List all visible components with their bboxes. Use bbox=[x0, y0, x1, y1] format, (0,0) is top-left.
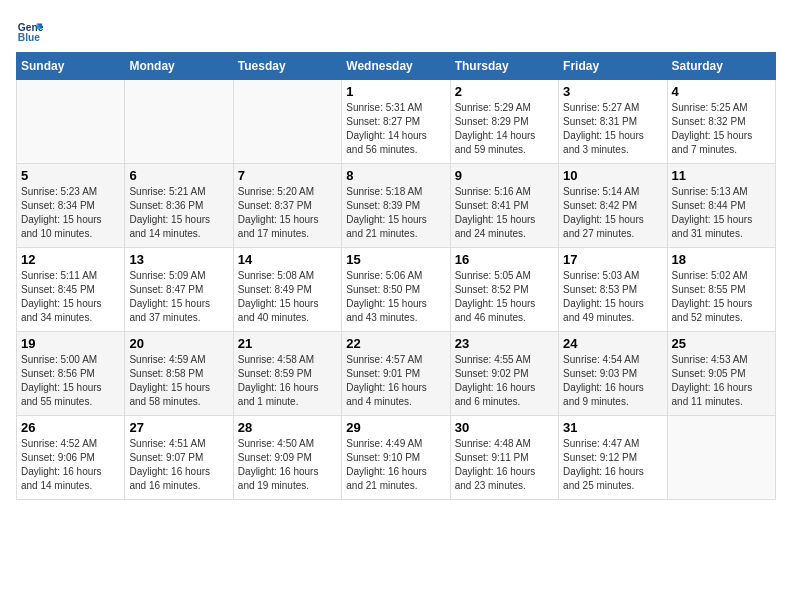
calendar-cell: 31Sunrise: 4:47 AM Sunset: 9:12 PM Dayli… bbox=[559, 416, 667, 500]
day-number: 9 bbox=[455, 168, 554, 183]
day-number: 24 bbox=[563, 336, 662, 351]
day-info: Sunrise: 5:23 AM Sunset: 8:34 PM Dayligh… bbox=[21, 185, 120, 241]
page-header: General Blue bbox=[16, 16, 776, 44]
day-info: Sunrise: 5:11 AM Sunset: 8:45 PM Dayligh… bbox=[21, 269, 120, 325]
calendar-cell: 3Sunrise: 5:27 AM Sunset: 8:31 PM Daylig… bbox=[559, 80, 667, 164]
calendar-cell: 16Sunrise: 5:05 AM Sunset: 8:52 PM Dayli… bbox=[450, 248, 558, 332]
day-number: 31 bbox=[563, 420, 662, 435]
calendar-cell: 18Sunrise: 5:02 AM Sunset: 8:55 PM Dayli… bbox=[667, 248, 775, 332]
weekday-header-tuesday: Tuesday bbox=[233, 53, 341, 80]
day-number: 22 bbox=[346, 336, 445, 351]
day-info: Sunrise: 4:51 AM Sunset: 9:07 PM Dayligh… bbox=[129, 437, 228, 493]
day-number: 19 bbox=[21, 336, 120, 351]
weekday-header-friday: Friday bbox=[559, 53, 667, 80]
day-number: 2 bbox=[455, 84, 554, 99]
day-info: Sunrise: 4:48 AM Sunset: 9:11 PM Dayligh… bbox=[455, 437, 554, 493]
day-info: Sunrise: 4:59 AM Sunset: 8:58 PM Dayligh… bbox=[129, 353, 228, 409]
weekday-header-monday: Monday bbox=[125, 53, 233, 80]
day-number: 5 bbox=[21, 168, 120, 183]
day-info: Sunrise: 4:58 AM Sunset: 8:59 PM Dayligh… bbox=[238, 353, 337, 409]
calendar-cell: 4Sunrise: 5:25 AM Sunset: 8:32 PM Daylig… bbox=[667, 80, 775, 164]
calendar-table: SundayMondayTuesdayWednesdayThursdayFrid… bbox=[16, 52, 776, 500]
calendar-cell bbox=[17, 80, 125, 164]
calendar-week-row: 12Sunrise: 5:11 AM Sunset: 8:45 PM Dayli… bbox=[17, 248, 776, 332]
day-info: Sunrise: 4:55 AM Sunset: 9:02 PM Dayligh… bbox=[455, 353, 554, 409]
calendar-week-row: 1Sunrise: 5:31 AM Sunset: 8:27 PM Daylig… bbox=[17, 80, 776, 164]
calendar-cell: 28Sunrise: 4:50 AM Sunset: 9:09 PM Dayli… bbox=[233, 416, 341, 500]
day-number: 1 bbox=[346, 84, 445, 99]
calendar-cell: 17Sunrise: 5:03 AM Sunset: 8:53 PM Dayli… bbox=[559, 248, 667, 332]
day-info: Sunrise: 5:05 AM Sunset: 8:52 PM Dayligh… bbox=[455, 269, 554, 325]
calendar-cell: 15Sunrise: 5:06 AM Sunset: 8:50 PM Dayli… bbox=[342, 248, 450, 332]
calendar-cell: 1Sunrise: 5:31 AM Sunset: 8:27 PM Daylig… bbox=[342, 80, 450, 164]
calendar-cell: 29Sunrise: 4:49 AM Sunset: 9:10 PM Dayli… bbox=[342, 416, 450, 500]
day-number: 27 bbox=[129, 420, 228, 435]
day-info: Sunrise: 5:20 AM Sunset: 8:37 PM Dayligh… bbox=[238, 185, 337, 241]
day-number: 29 bbox=[346, 420, 445, 435]
day-info: Sunrise: 5:25 AM Sunset: 8:32 PM Dayligh… bbox=[672, 101, 771, 157]
calendar-cell: 5Sunrise: 5:23 AM Sunset: 8:34 PM Daylig… bbox=[17, 164, 125, 248]
calendar-cell: 27Sunrise: 4:51 AM Sunset: 9:07 PM Dayli… bbox=[125, 416, 233, 500]
day-number: 4 bbox=[672, 84, 771, 99]
weekday-header-saturday: Saturday bbox=[667, 53, 775, 80]
day-info: Sunrise: 4:50 AM Sunset: 9:09 PM Dayligh… bbox=[238, 437, 337, 493]
day-number: 17 bbox=[563, 252, 662, 267]
day-info: Sunrise: 5:02 AM Sunset: 8:55 PM Dayligh… bbox=[672, 269, 771, 325]
weekday-header-sunday: Sunday bbox=[17, 53, 125, 80]
day-info: Sunrise: 5:13 AM Sunset: 8:44 PM Dayligh… bbox=[672, 185, 771, 241]
day-number: 8 bbox=[346, 168, 445, 183]
weekday-header-wednesday: Wednesday bbox=[342, 53, 450, 80]
calendar-cell: 22Sunrise: 4:57 AM Sunset: 9:01 PM Dayli… bbox=[342, 332, 450, 416]
calendar-cell bbox=[125, 80, 233, 164]
calendar-cell: 9Sunrise: 5:16 AM Sunset: 8:41 PM Daylig… bbox=[450, 164, 558, 248]
logo: General Blue bbox=[16, 16, 48, 44]
day-number: 30 bbox=[455, 420, 554, 435]
logo-icon: General Blue bbox=[16, 16, 44, 44]
day-info: Sunrise: 4:52 AM Sunset: 9:06 PM Dayligh… bbox=[21, 437, 120, 493]
calendar-cell bbox=[667, 416, 775, 500]
calendar-cell: 2Sunrise: 5:29 AM Sunset: 8:29 PM Daylig… bbox=[450, 80, 558, 164]
calendar-cell: 13Sunrise: 5:09 AM Sunset: 8:47 PM Dayli… bbox=[125, 248, 233, 332]
day-number: 28 bbox=[238, 420, 337, 435]
calendar-cell: 23Sunrise: 4:55 AM Sunset: 9:02 PM Dayli… bbox=[450, 332, 558, 416]
day-info: Sunrise: 5:31 AM Sunset: 8:27 PM Dayligh… bbox=[346, 101, 445, 157]
calendar-week-row: 5Sunrise: 5:23 AM Sunset: 8:34 PM Daylig… bbox=[17, 164, 776, 248]
calendar-cell: 7Sunrise: 5:20 AM Sunset: 8:37 PM Daylig… bbox=[233, 164, 341, 248]
day-info: Sunrise: 5:29 AM Sunset: 8:29 PM Dayligh… bbox=[455, 101, 554, 157]
calendar-week-row: 19Sunrise: 5:00 AM Sunset: 8:56 PM Dayli… bbox=[17, 332, 776, 416]
day-info: Sunrise: 5:16 AM Sunset: 8:41 PM Dayligh… bbox=[455, 185, 554, 241]
day-number: 13 bbox=[129, 252, 228, 267]
day-info: Sunrise: 5:03 AM Sunset: 8:53 PM Dayligh… bbox=[563, 269, 662, 325]
calendar-cell: 14Sunrise: 5:08 AM Sunset: 8:49 PM Dayli… bbox=[233, 248, 341, 332]
day-info: Sunrise: 5:18 AM Sunset: 8:39 PM Dayligh… bbox=[346, 185, 445, 241]
day-number: 3 bbox=[563, 84, 662, 99]
calendar-cell: 25Sunrise: 4:53 AM Sunset: 9:05 PM Dayli… bbox=[667, 332, 775, 416]
day-info: Sunrise: 5:08 AM Sunset: 8:49 PM Dayligh… bbox=[238, 269, 337, 325]
calendar-week-row: 26Sunrise: 4:52 AM Sunset: 9:06 PM Dayli… bbox=[17, 416, 776, 500]
calendar-cell: 11Sunrise: 5:13 AM Sunset: 8:44 PM Dayli… bbox=[667, 164, 775, 248]
calendar-cell: 10Sunrise: 5:14 AM Sunset: 8:42 PM Dayli… bbox=[559, 164, 667, 248]
day-number: 21 bbox=[238, 336, 337, 351]
day-info: Sunrise: 5:06 AM Sunset: 8:50 PM Dayligh… bbox=[346, 269, 445, 325]
day-number: 20 bbox=[129, 336, 228, 351]
calendar-cell bbox=[233, 80, 341, 164]
day-number: 10 bbox=[563, 168, 662, 183]
calendar-cell: 21Sunrise: 4:58 AM Sunset: 8:59 PM Dayli… bbox=[233, 332, 341, 416]
day-number: 15 bbox=[346, 252, 445, 267]
calendar-cell: 8Sunrise: 5:18 AM Sunset: 8:39 PM Daylig… bbox=[342, 164, 450, 248]
calendar-cell: 24Sunrise: 4:54 AM Sunset: 9:03 PM Dayli… bbox=[559, 332, 667, 416]
calendar-cell: 12Sunrise: 5:11 AM Sunset: 8:45 PM Dayli… bbox=[17, 248, 125, 332]
weekday-header-row: SundayMondayTuesdayWednesdayThursdayFrid… bbox=[17, 53, 776, 80]
day-info: Sunrise: 5:09 AM Sunset: 8:47 PM Dayligh… bbox=[129, 269, 228, 325]
day-number: 7 bbox=[238, 168, 337, 183]
calendar-cell: 30Sunrise: 4:48 AM Sunset: 9:11 PM Dayli… bbox=[450, 416, 558, 500]
weekday-header-thursday: Thursday bbox=[450, 53, 558, 80]
day-number: 12 bbox=[21, 252, 120, 267]
day-info: Sunrise: 5:21 AM Sunset: 8:36 PM Dayligh… bbox=[129, 185, 228, 241]
calendar-cell: 6Sunrise: 5:21 AM Sunset: 8:36 PM Daylig… bbox=[125, 164, 233, 248]
day-info: Sunrise: 5:27 AM Sunset: 8:31 PM Dayligh… bbox=[563, 101, 662, 157]
day-number: 23 bbox=[455, 336, 554, 351]
day-info: Sunrise: 4:57 AM Sunset: 9:01 PM Dayligh… bbox=[346, 353, 445, 409]
day-info: Sunrise: 4:49 AM Sunset: 9:10 PM Dayligh… bbox=[346, 437, 445, 493]
day-info: Sunrise: 5:14 AM Sunset: 8:42 PM Dayligh… bbox=[563, 185, 662, 241]
